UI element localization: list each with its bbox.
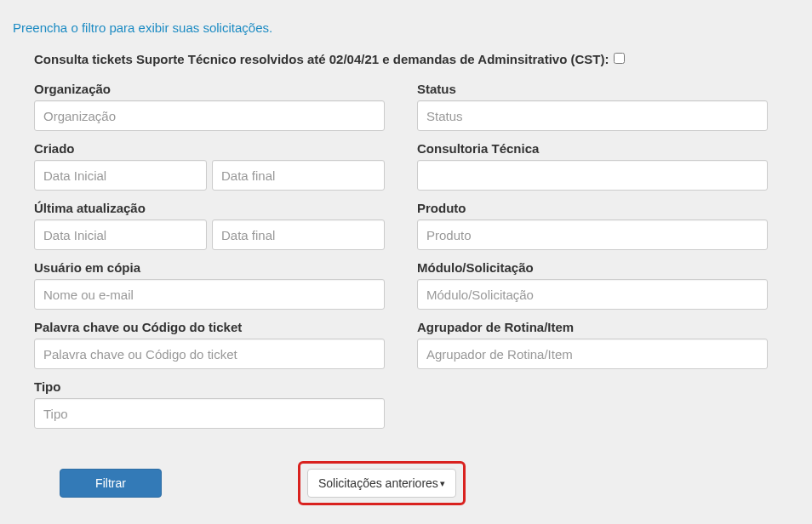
cst-row: Consulta tickets Suporte Técnico resolvi…: [34, 52, 812, 66]
label-organizacao: Organização: [34, 82, 385, 96]
field-criado: Criado: [34, 141, 385, 191]
field-ultima-atualizacao: Última atualização: [34, 201, 385, 250]
input-organizacao[interactable]: [34, 100, 385, 131]
input-tipo[interactable]: [34, 398, 385, 429]
input-criado-end[interactable]: [212, 160, 385, 191]
input-produto[interactable]: [417, 219, 768, 250]
filtrar-button[interactable]: Filtrar: [60, 469, 162, 498]
label-usuario-copia: Usuário em cópia: [34, 260, 385, 275]
input-agrupador[interactable]: [417, 339, 768, 369]
field-status: Status: [417, 82, 768, 131]
field-modulo: Módulo/Solicitação: [417, 260, 768, 310]
actions-row: Filtrar Solicitações anteriores ▾: [34, 461, 812, 522]
chevron-down-icon: ▾: [440, 478, 445, 489]
label-criado: Criado: [34, 141, 385, 156]
solicitacoes-anteriores-button[interactable]: Solicitações anteriores ▾: [307, 469, 456, 498]
label-tipo: Tipo: [34, 379, 385, 394]
label-agrupador: Agrupador de Rotina/Item: [417, 320, 768, 334]
cst-label: Consulta tickets Suporte Técnico resolvi…: [34, 52, 609, 66]
hint-text: Preencha o filtro para exibir suas solic…: [0, 0, 812, 35]
field-palavra-chave: Palavra chave ou Código do ticket: [34, 320, 385, 369]
input-consultoria[interactable]: [417, 160, 768, 191]
field-tipo: Tipo: [34, 379, 385, 429]
input-palavra-chave[interactable]: [34, 339, 385, 369]
label-status: Status: [417, 82, 768, 96]
field-agrupador: Agrupador de Rotina/Item: [417, 320, 768, 369]
field-organizacao: Organização: [34, 82, 385, 131]
right-column: Status Consultoria Técnica Produto Módul…: [417, 82, 768, 439]
label-consultoria: Consultoria Técnica: [417, 141, 768, 156]
field-produto: Produto: [417, 201, 768, 250]
filter-panel: Consulta tickets Suporte Técnico resolvi…: [0, 35, 812, 522]
filter-grid: Organização Criado Última atualização Us…: [34, 82, 812, 439]
highlight-box: Solicitações anteriores ▾: [298, 461, 466, 505]
input-status[interactable]: [417, 100, 768, 131]
label-palavra-chave: Palavra chave ou Código do ticket: [34, 320, 385, 334]
field-usuario-copia: Usuário em cópia: [34, 260, 385, 310]
field-consultoria: Consultoria Técnica: [417, 141, 768, 191]
input-usuario-copia[interactable]: [34, 279, 385, 310]
input-modulo[interactable]: [417, 279, 768, 310]
label-ultima-atualizacao: Última atualização: [34, 201, 385, 215]
label-modulo: Módulo/Solicitação: [417, 260, 768, 275]
input-atual-end[interactable]: [212, 219, 385, 250]
label-produto: Produto: [417, 201, 768, 215]
left-column: Organização Criado Última atualização Us…: [34, 82, 385, 439]
solicitacoes-anteriores-label: Solicitações anteriores: [318, 476, 438, 490]
cst-checkbox[interactable]: [614, 53, 625, 64]
input-atual-start[interactable]: [34, 219, 207, 250]
input-criado-start[interactable]: [34, 160, 207, 191]
